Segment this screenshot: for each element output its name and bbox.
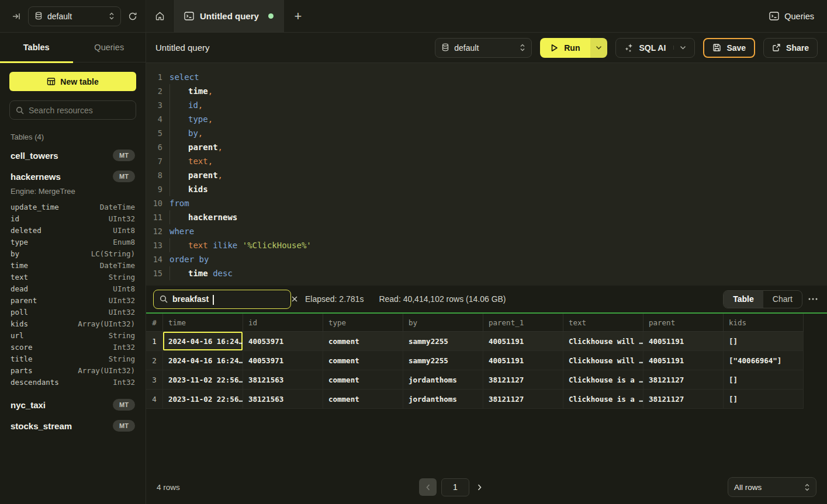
- database-selector[interactable]: default: [28, 6, 121, 26]
- sidebar-table-item[interactable]: cell_towersMT: [9, 145, 136, 166]
- table-column-row[interactable]: idUInt32: [11, 213, 135, 225]
- table-cell[interactable]: 38121127: [643, 390, 724, 409]
- sidebar-table-item[interactable]: nyc_taxiMT: [9, 394, 136, 415]
- editor-line[interactable]: 9kids: [146, 182, 827, 196]
- results-search-input[interactable]: [172, 294, 287, 304]
- column-header[interactable]: by: [403, 314, 483, 332]
- table-column-row[interactable]: timeDateTime: [11, 260, 135, 272]
- table-cell[interactable]: 2023-11-02 22:56…: [163, 390, 243, 409]
- sidebar-tab-queries[interactable]: Queries: [73, 33, 146, 62]
- queries-button[interactable]: Queries: [769, 12, 814, 21]
- table-column-row[interactable]: scoreInt32: [11, 342, 135, 353]
- table-cell[interactable]: []: [724, 390, 804, 409]
- editor-line[interactable]: 3id,: [146, 98, 827, 112]
- new-table-button[interactable]: New table: [9, 72, 136, 91]
- editor-line[interactable]: 2time,: [146, 84, 827, 98]
- table-cell[interactable]: Clickhouse will …: [563, 332, 643, 351]
- table-cell[interactable]: 38121127: [643, 370, 724, 390]
- table-cell[interactable]: 40051191: [483, 332, 563, 351]
- view-chart-button[interactable]: Chart: [763, 291, 802, 308]
- table-cell[interactable]: sammy2255: [403, 332, 483, 351]
- editor-line[interactable]: 15time desc: [146, 266, 827, 280]
- editor-line[interactable]: 1select: [146, 70, 827, 84]
- table-column-row[interactable]: descendantsInt32: [11, 377, 135, 388]
- table-cell[interactable]: 38121127: [483, 370, 563, 390]
- table-column-row[interactable]: pollUInt32: [11, 307, 135, 318]
- editor-line[interactable]: 5by,: [146, 126, 827, 140]
- sidebar-table-item[interactable]: hackernewsMT: [9, 166, 136, 187]
- editor-line[interactable]: 13text ilike '%ClickHouse%': [146, 238, 827, 252]
- table-column-row[interactable]: titleString: [11, 353, 135, 365]
- sidebar-table-item[interactable]: stocks_streamMT: [9, 415, 136, 436]
- tab-untitled-query[interactable]: Untitled query: [174, 0, 284, 32]
- table-cell[interactable]: comment: [323, 370, 403, 390]
- column-header[interactable]: text: [563, 314, 643, 332]
- column-header[interactable]: time: [163, 314, 243, 332]
- column-header[interactable]: parent: [643, 314, 724, 332]
- table-cell[interactable]: Clickhouse is a …: [563, 370, 643, 390]
- column-header[interactable]: parent_1: [483, 314, 563, 332]
- table-cell[interactable]: 38121563: [243, 390, 323, 409]
- resource-search-input[interactable]: [29, 106, 134, 115]
- page-size-selector[interactable]: All rows: [728, 477, 816, 497]
- table-cell[interactable]: []: [724, 332, 804, 351]
- home-tab[interactable]: [146, 0, 174, 32]
- clear-search-button[interactable]: [292, 296, 297, 302]
- new-tab-button[interactable]: +: [284, 0, 312, 32]
- table-column-row[interactable]: deadUInt8: [11, 283, 135, 295]
- query-database-selector[interactable]: default: [435, 38, 532, 58]
- current-page[interactable]: 1: [441, 478, 469, 496]
- table-column-row[interactable]: parentUInt32: [11, 295, 135, 307]
- next-page-button[interactable]: [477, 484, 482, 491]
- table-column-row[interactable]: kidsArray(UInt32): [11, 318, 135, 330]
- refresh-button[interactable]: [128, 12, 137, 21]
- editor-line[interactable]: 4type,: [146, 112, 827, 126]
- view-table-button[interactable]: Table: [724, 291, 763, 308]
- sidebar-tab-tables[interactable]: Tables: [0, 33, 73, 62]
- column-header[interactable]: #: [146, 314, 163, 332]
- table-column-row[interactable]: partsArray(UInt32): [11, 365, 135, 377]
- table-cell[interactable]: comment: [323, 390, 403, 409]
- editor-line[interactable]: 12where: [146, 224, 827, 238]
- table-cell[interactable]: 2024-04-16 16:24…: [163, 351, 243, 370]
- table-cell[interactable]: 40051191: [643, 332, 724, 351]
- table-cell[interactable]: 40053971: [243, 351, 323, 370]
- table-cell[interactable]: jordanthoms: [403, 390, 483, 409]
- column-header[interactable]: kids: [724, 314, 804, 332]
- table-cell[interactable]: []: [724, 370, 804, 390]
- sql-ai-options[interactable]: [673, 46, 686, 50]
- collapse-sidebar-button[interactable]: [12, 12, 21, 21]
- table-cell[interactable]: 38121127: [483, 390, 563, 409]
- table-cell[interactable]: comment: [323, 332, 403, 351]
- table-cell[interactable]: jordanthoms: [403, 370, 483, 390]
- table-cell[interactable]: 40051191: [483, 351, 563, 370]
- sql-editor[interactable]: 1select2time,3id,4type,5by,6parent,7text…: [146, 63, 827, 286]
- save-button[interactable]: Save: [703, 38, 755, 58]
- editor-line[interactable]: 14order by: [146, 252, 827, 266]
- table-column-row[interactable]: byLC(String): [11, 248, 135, 260]
- table-cell[interactable]: ["40066964"]: [724, 351, 804, 370]
- table-column-row[interactable]: typeEnum8: [11, 237, 135, 248]
- table-column-row[interactable]: deletedUInt8: [11, 225, 135, 237]
- share-button[interactable]: Share: [763, 38, 818, 58]
- editor-line[interactable]: 10from: [146, 196, 827, 210]
- run-button[interactable]: Run: [540, 38, 590, 58]
- table-cell[interactable]: comment: [323, 351, 403, 370]
- table-cell[interactable]: 40051191: [643, 351, 724, 370]
- table-cell[interactable]: 38121563: [243, 370, 323, 390]
- results-menu-button[interactable]: [808, 298, 818, 300]
- table-cell[interactable]: sammy2255: [403, 351, 483, 370]
- editor-line[interactable]: 6parent,: [146, 140, 827, 154]
- table-column-row[interactable]: textString: [11, 272, 135, 283]
- results-search[interactable]: [153, 290, 291, 309]
- run-options-button[interactable]: [590, 38, 607, 58]
- table-cell[interactable]: 40053971: [243, 332, 323, 351]
- column-header[interactable]: type: [323, 314, 403, 332]
- editor-line[interactable]: 8parent,: [146, 168, 827, 182]
- table-cell[interactable]: 2024-04-16 16:24…: [163, 332, 243, 351]
- resource-search[interactable]: [9, 100, 136, 120]
- table-cell[interactable]: Clickhouse will …: [563, 351, 643, 370]
- table-column-row[interactable]: urlString: [11, 330, 135, 342]
- table-cell[interactable]: Clickhouse is a …: [563, 390, 643, 409]
- column-header[interactable]: id: [243, 314, 323, 332]
